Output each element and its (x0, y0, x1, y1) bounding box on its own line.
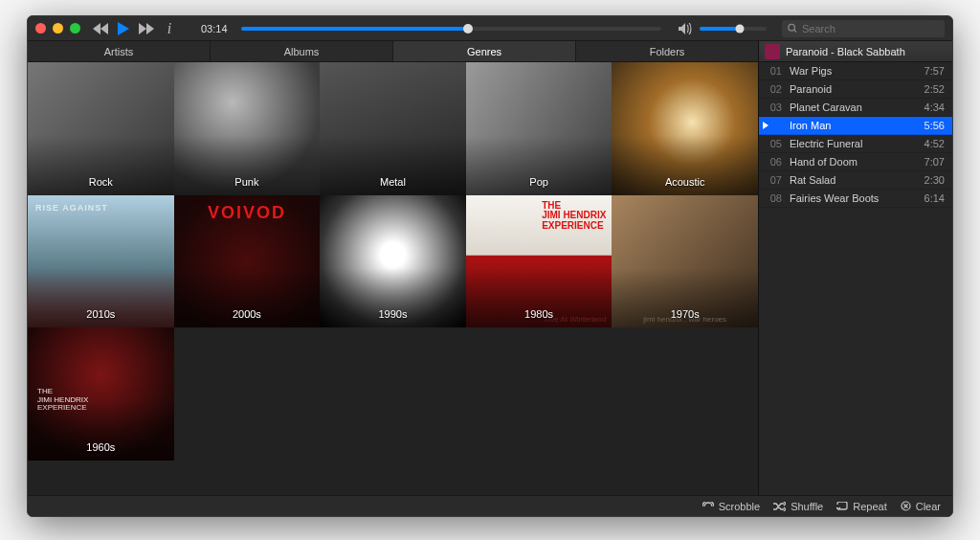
genre-tile-acoustic[interactable]: Acoustic (612, 62, 758, 195)
genre-label: 1960s (28, 441, 174, 453)
titlebar: i 03:14 (28, 16, 952, 41)
scrobble-button[interactable]: Scrobble (702, 501, 760, 512)
volume-thumb[interactable] (736, 24, 745, 33)
tab-genres[interactable]: Genres (393, 41, 576, 61)
genre-tile-1990s[interactable]: 1990s (320, 195, 466, 328)
track-row[interactable]: 02Paranoid2:52 (759, 80, 952, 99)
tab-albums[interactable]: Albums (211, 41, 393, 61)
clear-label: Clear (916, 501, 941, 512)
repeat-label: Repeat (853, 501, 886, 512)
close-window-button[interactable] (35, 23, 46, 34)
volume-icon[interactable] (677, 21, 694, 36)
genre-tile-pop[interactable]: Pop (466, 62, 612, 195)
track-row[interactable]: 05Electric Funeral4:52 (759, 135, 952, 153)
track-row[interactable]: 08Fairies Wear Boots6:14 (759, 190, 952, 208)
playlist-pane: Paranoid - Black Sabbath 01War Pigs7:570… (759, 41, 952, 495)
footer-bar: Scrobble Shuffle Repeat Clear (28, 495, 952, 516)
next-track-button[interactable] (138, 21, 155, 36)
genre-tile-1960s[interactable]: THEJIMI HENDRIXEXPERIENCE1960s (28, 327, 174, 461)
genre-label: Punk (174, 176, 321, 188)
shuffle-label: Shuffle (791, 501, 823, 512)
search-input[interactable] (802, 23, 939, 34)
genre-label: Pop (466, 176, 612, 188)
seek-bar[interactable] (241, 27, 661, 31)
tab-artists[interactable]: Artists (28, 41, 211, 61)
volume-slider[interactable] (700, 27, 767, 31)
genre-tile-metal[interactable]: Metal (320, 62, 466, 195)
view-tabs: ArtistsAlbumsGenresFolders (28, 41, 758, 62)
play-button[interactable] (115, 21, 132, 36)
seek-thumb[interactable] (463, 24, 473, 34)
genre-label: Acoustic (612, 176, 758, 188)
info-icon[interactable]: i (161, 21, 178, 36)
track-list: 01War Pigs7:5702Paranoid2:5203Planet Car… (759, 62, 952, 495)
genre-tile-1980s[interactable]: THEJIMI HENDRIXEXPERIENCELive At Winterl… (466, 195, 612, 328)
genre-tile-2000s[interactable]: VOIVOD2000s (174, 195, 321, 328)
clear-button[interactable]: Clear (901, 501, 941, 512)
track-row[interactable]: 06Hand of Doom7:07 (759, 153, 952, 171)
current-time: 03:14 (201, 23, 228, 34)
zoom-window-button[interactable] (70, 23, 80, 34)
tab-folders[interactable]: Folders (576, 41, 758, 61)
genre-tile-2010s[interactable]: RISE AGAINST2010s (28, 195, 174, 328)
genre-tile-rock[interactable]: Rock (28, 62, 174, 195)
track-row[interactable]: 03Planet Caravan4:34 (759, 99, 952, 117)
track-row[interactable]: 07Rat Salad2:30 (759, 171, 952, 190)
genre-label: Rock (28, 176, 174, 188)
now-playing-cover-icon (765, 44, 780, 59)
search-box[interactable] (782, 20, 945, 37)
genre-label: Metal (320, 176, 466, 188)
genre-label: 1970s (612, 308, 758, 320)
now-playing-header[interactable]: Paranoid - Black Sabbath (759, 41, 952, 62)
genre-label: 1980s (466, 308, 612, 320)
repeat-button[interactable]: Repeat (836, 501, 886, 512)
app-window: i 03:14 ArtistsAlbumsGenresFolders RockP… (27, 15, 953, 517)
minimize-window-button[interactable] (53, 23, 63, 34)
genre-label: 2000s (174, 308, 321, 320)
track-row[interactable]: 01War Pigs7:57 (759, 62, 952, 80)
genre-grid: RockPunkMetalPopAcousticRISE AGAINST2010… (28, 62, 758, 495)
scrobble-label: Scrobble (719, 501, 760, 512)
main-pane: ArtistsAlbumsGenresFolders RockPunkMetal… (28, 41, 759, 495)
search-icon (788, 23, 797, 34)
track-row[interactable]: Iron Man5:56 (759, 117, 952, 135)
genre-label: 1990s (320, 308, 466, 320)
svg-point-0 (789, 24, 795, 31)
svg-line-1 (794, 30, 796, 32)
window-controls (35, 23, 80, 34)
genre-label: 2010s (28, 308, 174, 320)
now-playing-title: Paranoid - Black Sabbath (786, 46, 905, 57)
prev-track-button[interactable] (92, 21, 109, 36)
genre-tile-punk[interactable]: Punk (174, 62, 321, 195)
genre-tile-1970s[interactable]: jimi hendrix : war heroes1970s (612, 195, 758, 328)
shuffle-button[interactable]: Shuffle (773, 501, 823, 512)
